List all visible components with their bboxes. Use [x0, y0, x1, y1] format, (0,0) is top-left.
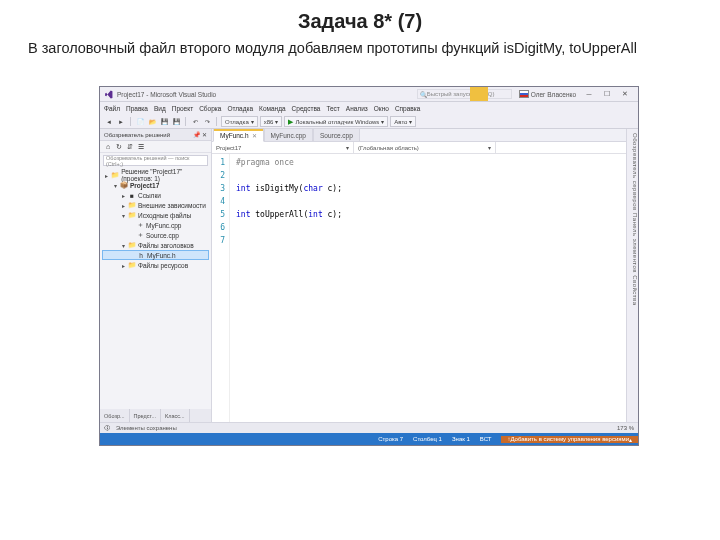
save-all-icon[interactable]: 💾 — [171, 117, 181, 127]
sidebar-tab-explorer[interactable]: Обозр... — [100, 409, 130, 422]
search-icon: 🔍 — [420, 91, 427, 98]
run-button[interactable]: ▶Локальный отладчик Windows▾ — [284, 116, 388, 127]
slide-subtitle: В заголовочный файл второго модуля добав… — [0, 39, 720, 65]
menubar: Файл Правка Вид Проект Сборка Отладка Ко… — [100, 102, 638, 115]
menu-help[interactable]: Справка — [395, 105, 421, 112]
tree-file-myfunc-cpp[interactable]: ＋MyFunc.cpp — [102, 220, 209, 230]
notification-badge[interactable] — [470, 87, 488, 101]
status-saved: 🛈 — [104, 425, 110, 431]
slide-title: Задача 8* (7) — [0, 0, 720, 39]
toolbar: ◄ ► 📄 📂 💾 💾 ↶ ↷ Отладка▾ x86▾ ▶Локальный… — [100, 115, 638, 129]
tree-source[interactable]: ▾📁Исходные файлы — [102, 210, 209, 220]
folder-icon: 📁 — [128, 241, 136, 249]
solution-tree: ▸📁Решение "Project17" (проектов: 1) ▾📦Pr… — [100, 168, 211, 272]
menu-test[interactable]: Тест — [326, 105, 339, 112]
h-icon: h — [137, 251, 145, 259]
platform-dropdown[interactable]: x86▾ — [260, 116, 283, 127]
body: Обозреватель решений 📌 ✕ ⌂ ↻ ⇵ ☰ Обозрев… — [100, 129, 638, 422]
folder-icon: 📁 — [128, 211, 136, 219]
code-area[interactable]: 1 2 3 4 5 6 7 #pragma once int isDigitMy… — [212, 154, 638, 422]
sidebar-tab-view[interactable]: Предст... — [130, 409, 161, 422]
tree-external[interactable]: ▸📁Внешние зависимости — [102, 200, 209, 210]
references-icon: ■ — [128, 191, 136, 199]
properties-icon[interactable]: ☰ — [136, 142, 146, 152]
nav-bar: Project17▾ (Глобальная область)▾ ▾ — [212, 142, 638, 154]
play-icon: ▶ — [288, 118, 293, 126]
sidebar-tab-class[interactable]: Класс... — [161, 409, 190, 422]
code-line-4 — [236, 195, 638, 208]
open-icon[interactable]: 📂 — [147, 117, 157, 127]
collapse-icon[interactable]: ⇵ — [125, 142, 135, 152]
refresh-icon[interactable]: ↻ — [114, 142, 124, 152]
save-icon[interactable]: 💾 — [159, 117, 169, 127]
folder-icon: 📁 — [128, 261, 136, 269]
menu-analyze[interactable]: Анализ — [346, 105, 368, 112]
tree-solution[interactable]: ▸📁Решение "Project17" (проектов: 1) — [102, 170, 209, 180]
bottom-panel: 🛈 Элементы сохранены 173 % — [100, 422, 638, 433]
menu-window[interactable]: Окно — [374, 105, 389, 112]
tree-file-source-cpp[interactable]: ＋Source.cpp — [102, 230, 209, 240]
nav-member-dropdown[interactable]: ▾ — [496, 142, 638, 153]
tree-references[interactable]: ▸■Ссылки — [102, 190, 209, 200]
close-button[interactable]: ✕ — [616, 88, 634, 100]
zoom-level[interactable]: 173 % — [617, 425, 634, 431]
close-icon[interactable]: ✕ — [252, 132, 257, 139]
minimize-button[interactable]: ─ — [580, 88, 598, 100]
sidebar-toolbar: ⌂ ↻ ⇵ ☰ — [100, 141, 211, 153]
new-icon[interactable]: 📄 — [135, 117, 145, 127]
account-name: Олег Власенко — [531, 91, 576, 98]
code-line-2 — [236, 169, 638, 182]
code-line-3: int isDigitMy(char c); — [236, 182, 638, 195]
right-sidebar-tabs[interactable]: Обозреватель серверов Панель элементов С… — [626, 129, 638, 422]
menu-debug[interactable]: Отладка — [227, 105, 253, 112]
cpp-icon: ＋ — [136, 221, 144, 229]
visual-studio-window: Project17 - Microsoft Visual Studio 🔍 Бы… — [99, 86, 639, 446]
titlebar: Project17 - Microsoft Visual Studio 🔍 Бы… — [100, 87, 638, 102]
forward-icon[interactable]: ► — [116, 117, 126, 127]
tree-file-myfunc-h[interactable]: hMyFunc.h — [102, 250, 209, 260]
status-vcs[interactable]: ↑ Добавить в систему управления версиями… — [501, 436, 638, 443]
menu-team[interactable]: Команда — [259, 105, 285, 112]
maximize-button[interactable]: ☐ — [598, 88, 616, 100]
project-icon: 📦 — [120, 181, 128, 189]
pin-icon[interactable]: 📌 ✕ — [193, 131, 207, 138]
sidebar-title-text: Обозреватель решений — [104, 132, 170, 138]
sidebar-bottom-tabs: Обозр... Предст... Класс... — [100, 409, 211, 422]
status-line: Строка 7 — [378, 436, 403, 442]
nav-project-dropdown[interactable]: Project17▾ — [212, 142, 354, 153]
status-bar: Строка 7 Столбец 1 Знак 1 ВСТ ↑ Добавить… — [100, 433, 638, 445]
menu-project[interactable]: Проект — [172, 105, 193, 112]
menu-build[interactable]: Сборка — [199, 105, 221, 112]
sidebar-search-placeholder: Обозреватель решений — поиск (Ctrl+;) — [106, 155, 205, 167]
thread-dropdown[interactable]: Авто▾ — [390, 116, 416, 127]
menu-file[interactable]: Файл — [104, 105, 120, 112]
solution-icon: 📁 — [111, 171, 119, 179]
cpp-icon: ＋ — [136, 231, 144, 239]
window-title: Project17 - Microsoft Visual Studio — [117, 91, 216, 98]
tree-headers[interactable]: ▾📁Файлы заголовков — [102, 240, 209, 250]
back-icon[interactable]: ◄ — [104, 117, 114, 127]
account[interactable]: Олег Власенко — [519, 90, 576, 98]
undo-icon[interactable]: ↶ — [190, 117, 200, 127]
tab-source-cpp[interactable]: Source.cpp — [313, 128, 360, 141]
tab-myfunc-cpp[interactable]: MyFunc.cpp — [264, 128, 313, 141]
nav-scope-dropdown[interactable]: (Глобальная область)▾ — [354, 142, 496, 153]
tab-myfunc-h[interactable]: MyFunc.h✕ — [213, 129, 264, 142]
editor: MyFunc.h✕ MyFunc.cpp Source.cpp Project1… — [212, 129, 638, 422]
menu-edit[interactable]: Правка — [126, 105, 148, 112]
quick-launch-input[interactable]: 🔍 Быстрый запуск (Ctrl+Q) — [417, 89, 512, 99]
menu-view[interactable]: Вид — [154, 105, 166, 112]
home-icon[interactable]: ⌂ — [103, 142, 113, 152]
code-line-6 — [236, 221, 638, 234]
sidebar-search[interactable]: Обозреватель решений — поиск (Ctrl+;) — [103, 155, 208, 166]
code-lines[interactable]: #pragma once int isDigitMy(char c); int … — [230, 154, 638, 422]
config-dropdown[interactable]: Отладка▾ — [221, 116, 258, 127]
code-line-5: int toUpperAll(int c); — [236, 208, 638, 221]
vs-logo-icon — [104, 90, 113, 99]
flag-icon — [519, 90, 529, 98]
tree-resources[interactable]: ▸📁Файлы ресурсов — [102, 260, 209, 270]
status-col: Столбец 1 — [413, 436, 442, 442]
redo-icon[interactable]: ↷ — [202, 117, 212, 127]
code-line-7 — [236, 234, 638, 247]
menu-tools[interactable]: Средства — [292, 105, 321, 112]
